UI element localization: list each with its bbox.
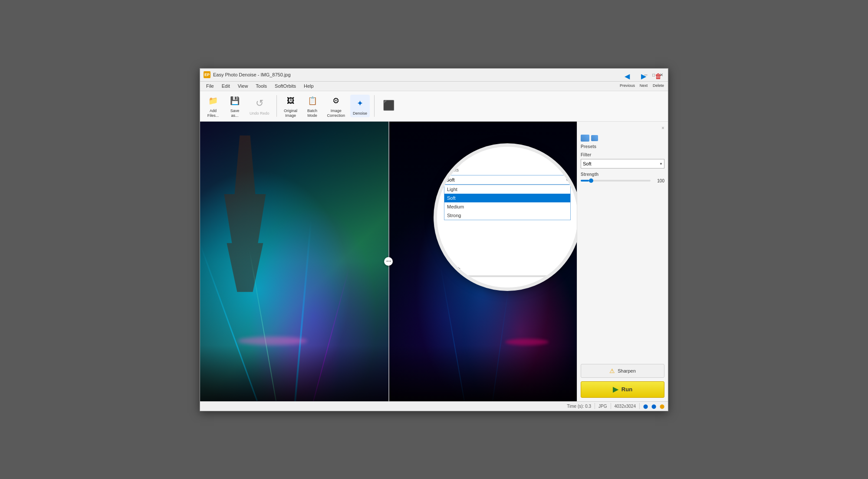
mag-dropdown-options: Light Soft Medium Strong	[444, 185, 571, 220]
app-icon: EP	[204, 71, 210, 78]
filter-dropdown-wrapper: Light Soft Medium Strong ▼	[581, 159, 664, 168]
image-correction-icon: ⚙	[329, 94, 343, 108]
original-image-label: OriginalImage	[284, 109, 297, 118]
strength-slider-fill	[581, 180, 589, 182]
next-icon: ▶	[638, 70, 650, 83]
presets-section: Presets	[581, 135, 664, 149]
menu-file[interactable]: File	[203, 83, 217, 89]
mag-option-medium[interactable]: Medium	[444, 202, 570, 211]
main-area: ⟺ Presets Soft ▼	[200, 122, 668, 401]
next-button[interactable]: ▶ Next	[638, 70, 650, 88]
status-bar: Time (s): 0.3 JPG 4032x3024 ⬤ ⬤ ⬤	[200, 401, 668, 411]
status-right: Time (s): 0.3 JPG 4032x3024 ⬤ ⬤ ⬤	[567, 403, 664, 409]
strength-section: Strength 100	[581, 172, 664, 183]
mag-filter-dropdown[interactable]: Soft ▼ Light Soft Medium Strong	[444, 175, 571, 185]
mag-slider-thumb[interactable]	[455, 274, 459, 278]
nav-bar: ◀ Previous ▶ Next 🗑 Delete	[620, 70, 664, 88]
save-as-label: Saveas...	[230, 109, 240, 118]
extra-button[interactable]: ⬛	[379, 97, 398, 115]
menu-help[interactable]: Help	[300, 83, 317, 89]
menu-tools[interactable]: Tools	[252, 83, 270, 89]
undo-label: Undo Redo	[250, 111, 270, 116]
filter-dropdown[interactable]: Light Soft Medium Strong	[581, 159, 664, 168]
strength-slider-thumb[interactable]	[589, 178, 593, 183]
status-sep-1	[595, 403, 595, 409]
denoise-label: Denoise	[353, 111, 367, 116]
add-files-button[interactable]: 📁 AddFiles...	[204, 92, 223, 120]
delete-button[interactable]: 🗑 Delete	[652, 70, 664, 88]
mag-option-strong[interactable]: Strong	[444, 211, 570, 220]
status-indicator-3: ⬤	[660, 404, 664, 409]
toolbar-separator-1	[276, 95, 277, 117]
strength-label: Strength	[581, 172, 664, 177]
filter-label: Filter	[581, 152, 664, 157]
batch-mode-button[interactable]: 📋 BatchMode	[303, 92, 322, 120]
undo-icon: ↺	[253, 96, 266, 110]
panel-spacer	[581, 187, 664, 360]
add-files-icon: 📁	[206, 94, 220, 108]
presets-label: Presets	[581, 144, 664, 149]
title-bar: EP Easy Photo Denoise - IMG_8750.jpg ◀ P…	[200, 69, 668, 82]
denoise-button[interactable]: ✦ Denoise	[350, 95, 370, 118]
original-image-button[interactable]: 🖼 OriginalImage	[281, 92, 300, 120]
presets-icon	[581, 135, 589, 142]
magnifier-overlay: Presets Soft ▼ Light Soft Medium Strong	[434, 143, 577, 291]
split-handle[interactable]: ⟺	[384, 257, 393, 266]
menu-softorbits[interactable]: SoftOrbits	[271, 83, 299, 89]
image-correction-label: ImageCorrection	[327, 109, 345, 118]
presets-icon-2	[591, 135, 598, 141]
save-as-icon: 💾	[228, 94, 242, 108]
menu-view[interactable]: View	[234, 83, 252, 89]
panel-close-row: ×	[581, 125, 664, 131]
status-sep-3	[639, 403, 640, 409]
menu-bar: File Edit View Tools SoftOrbits Help	[200, 82, 668, 91]
menu-edit[interactable]: Edit	[218, 83, 233, 89]
mag-strength-label: Strength	[444, 267, 571, 271]
panel-close-button[interactable]: ×	[661, 125, 664, 131]
undo-button[interactable]: ↺ Undo Redo	[247, 95, 272, 118]
strength-slider-row: 100	[581, 178, 664, 183]
original-image-icon: 🖼	[284, 94, 298, 108]
mag-option-soft[interactable]: Soft	[444, 194, 570, 202]
batch-mode-label: BatchMode	[307, 109, 317, 118]
filter-section: Filter Light Soft Medium Strong ▼	[581, 152, 664, 168]
app-window: EP Easy Photo Denoise - IMG_8750.jpg ◀ P…	[200, 68, 668, 411]
next-label: Next	[640, 83, 648, 88]
status-format: JPG	[598, 404, 607, 409]
previous-label: Previous	[620, 83, 635, 88]
previous-button[interactable]: ◀ Previous	[620, 70, 635, 88]
save-as-button[interactable]: 💾 Saveas...	[225, 92, 244, 120]
run-button[interactable]: ▶ Run	[581, 381, 664, 398]
denoise-icon: ✦	[353, 96, 367, 110]
mag-dropdown-trigger[interactable]: Soft ▼	[444, 175, 571, 185]
run-label: Run	[621, 386, 632, 393]
delete-label: Delete	[653, 83, 664, 88]
extra-icon: ⬛	[381, 99, 395, 112]
status-sep-2	[611, 403, 611, 409]
image-panel: ⟺ Presets Soft ▼	[200, 122, 577, 401]
strength-slider-track[interactable]	[581, 180, 651, 182]
status-dimensions: 4032x3024	[615, 404, 636, 409]
mag-option-light[interactable]: Light	[444, 185, 570, 194]
delete-icon: 🗑	[652, 70, 664, 83]
strength-value: 100	[652, 178, 664, 183]
status-indicator-2: ⬤	[651, 404, 656, 409]
image-correction-button[interactable]: ⚙ ImageCorrection	[325, 92, 348, 120]
sharpen-label: Sharpen	[618, 368, 636, 373]
toolbar-separator-2	[374, 95, 375, 117]
previous-icon: ◀	[621, 70, 633, 83]
window-title: Easy Photo Denoise - IMG_8750.jpg	[213, 72, 643, 77]
mag-slider-track[interactable]	[444, 275, 554, 277]
original-image-view	[200, 122, 388, 401]
right-panel: × Presets Filter Light Soft Medium	[577, 122, 668, 401]
mag-preset-label: Presets	[444, 168, 571, 172]
run-icon: ▶	[613, 385, 618, 393]
presets-icon-row	[581, 135, 664, 142]
mag-dropdown-arrow: ▼	[566, 178, 569, 182]
sharpen-warn-icon: ⚠	[609, 367, 615, 374]
batch-mode-icon: 📋	[306, 94, 319, 108]
sharpen-button[interactable]: ⚠ Sharpen	[581, 364, 664, 378]
status-time: Time (s): 0.3	[567, 404, 591, 409]
mag-selected-value: Soft	[446, 177, 455, 182]
add-files-label: AddFiles...	[207, 109, 219, 118]
